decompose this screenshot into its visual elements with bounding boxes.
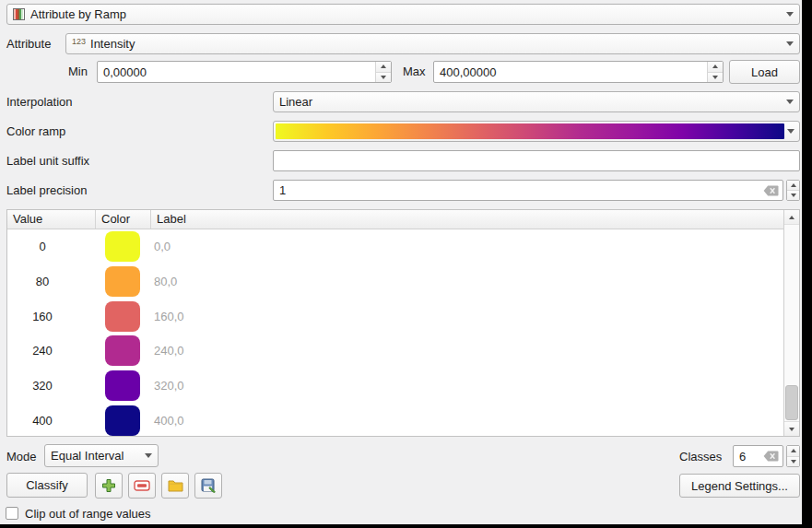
remove-class-button[interactable] (128, 473, 156, 499)
row-value: 320 (15, 379, 70, 393)
color-swatch[interactable] (105, 335, 140, 366)
spin-up-button[interactable] (708, 62, 723, 73)
max-label: Max (403, 61, 426, 82)
attribute-by-ramp-panel: Attribute by Ramp Attribute 123 Intensit… (0, 0, 802, 524)
attribute-select-value: Intensity (90, 37, 781, 51)
color-swatch[interactable] (105, 405, 140, 436)
row-label: 160,0 (154, 310, 184, 323)
classify-button[interactable]: Classify (6, 473, 88, 498)
row-label: 240,0 (154, 344, 184, 358)
header-value[interactable]: Value (7, 210, 96, 229)
scrollbar-thumb[interactable] (785, 385, 798, 420)
classes-value: 6 (734, 450, 763, 463)
header-label[interactable]: Label (151, 210, 783, 229)
minus-icon (134, 480, 150, 491)
max-spinbox[interactable]: 400,00000 (433, 61, 724, 83)
interpolation-select[interactable]: Linear (273, 91, 800, 112)
row-value: 400 (15, 414, 70, 428)
chevron-down-icon (786, 12, 794, 17)
open-file-button[interactable] (161, 473, 189, 499)
attribute-label: Attribute (6, 33, 51, 54)
min-label: Min (68, 61, 88, 82)
header-color[interactable]: Color (96, 210, 151, 229)
spin-up-button[interactable] (376, 62, 391, 73)
renderer-select-value: Attribute by Ramp (30, 7, 781, 21)
triangle-up-icon (789, 216, 794, 219)
chevron-down-icon (145, 453, 152, 458)
max-spin-buttons (707, 62, 723, 82)
color-swatch[interactable] (105, 301, 140, 332)
classes-table: Value Color Label 00,08080,0160160,02402… (6, 209, 800, 437)
triangle-down-icon (712, 76, 718, 79)
clear-backspace-icon[interactable] (763, 185, 779, 196)
row-label: 80,0 (154, 275, 177, 288)
spin-up-button[interactable] (787, 181, 799, 191)
spin-down-button[interactable] (708, 73, 723, 83)
row-label: 320,0 (154, 379, 184, 393)
label-precision-label: Label precision (6, 180, 87, 201)
label-precision-spinbox[interactable]: 1 (273, 180, 800, 201)
clip-checkbox-label: Clip out of range values (25, 503, 151, 524)
min-spinbox[interactable]: 0,00000 (97, 61, 392, 83)
add-class-button[interactable] (95, 473, 123, 499)
color-ramp-dropdown[interactable] (784, 129, 797, 134)
triangle-up-icon (381, 65, 386, 68)
color-ramp-label: Color ramp (6, 121, 65, 142)
spin-down-button[interactable] (787, 457, 799, 467)
triangle-up-icon (791, 449, 796, 452)
min-value: 0,00000 (98, 65, 375, 79)
row-value: 80 (15, 275, 70, 288)
triangle-down-icon (791, 194, 796, 197)
row-value: 160 (15, 310, 70, 323)
label-precision-spin-buttons (786, 180, 800, 201)
table-header-row: Value Color Label (7, 210, 783, 229)
numeric-field-icon: 123 (72, 37, 86, 46)
interpolation-label: Interpolation (6, 91, 73, 112)
row-label: 400,0 (154, 414, 184, 428)
color-swatch[interactable] (105, 370, 140, 401)
table-row[interactable]: 400400,0 (7, 403, 783, 436)
legend-settings-button[interactable]: Legend Settings... (679, 474, 800, 498)
mode-value: Equal Interval (51, 449, 139, 463)
triangle-up-icon (712, 65, 718, 68)
min-spin-buttons (375, 62, 391, 82)
plus-icon (101, 478, 116, 493)
color-ramp-icon (13, 8, 25, 20)
spin-up-button[interactable] (787, 446, 799, 457)
spin-down-button[interactable] (787, 191, 799, 200)
clip-checkbox[interactable] (6, 507, 18, 520)
chevron-down-icon (787, 129, 794, 134)
interpolation-value: Linear (279, 95, 781, 109)
table-row[interactable]: 320320,0 (7, 369, 783, 404)
table-body: 00,08080,0160160,0240240,0320320,0400400… (7, 229, 783, 436)
table-row[interactable]: 160160,0 (7, 299, 783, 334)
scroll-up-button[interactable] (784, 210, 799, 225)
table-row[interactable]: 8080,0 (7, 264, 783, 299)
label-unit-suffix-input[interactable] (273, 150, 800, 171)
row-label: 0,0 (154, 240, 171, 253)
triangle-down-icon (791, 460, 796, 463)
color-swatch[interactable] (105, 266, 140, 297)
folder-icon (168, 479, 183, 492)
triangle-down-icon (381, 76, 386, 79)
renderer-select[interactable]: Attribute by Ramp (6, 4, 800, 25)
color-swatch[interactable] (105, 231, 140, 262)
mode-select[interactable]: Equal Interval (44, 444, 159, 467)
row-value: 0 (15, 240, 70, 253)
spin-down-button[interactable] (376, 73, 391, 83)
label-precision-value: 1 (274, 183, 763, 197)
classes-spinbox[interactable]: 6 (733, 445, 800, 467)
chevron-down-icon (786, 100, 794, 104)
attribute-select[interactable]: 123 Intensity (65, 33, 800, 54)
clear-backspace-icon[interactable] (763, 451, 779, 462)
chevron-down-icon (786, 41, 794, 46)
triangle-down-icon (789, 428, 794, 431)
save-floppy-icon (201, 478, 216, 493)
load-button[interactable]: Load (729, 60, 800, 84)
table-row[interactable]: 00,0 (7, 229, 783, 264)
color-ramp-button[interactable] (273, 121, 800, 142)
vertical-scrollbar[interactable] (783, 210, 799, 436)
table-row[interactable]: 240240,0 (7, 334, 783, 369)
scroll-down-button[interactable] (784, 421, 799, 436)
save-button[interactable] (194, 473, 222, 499)
